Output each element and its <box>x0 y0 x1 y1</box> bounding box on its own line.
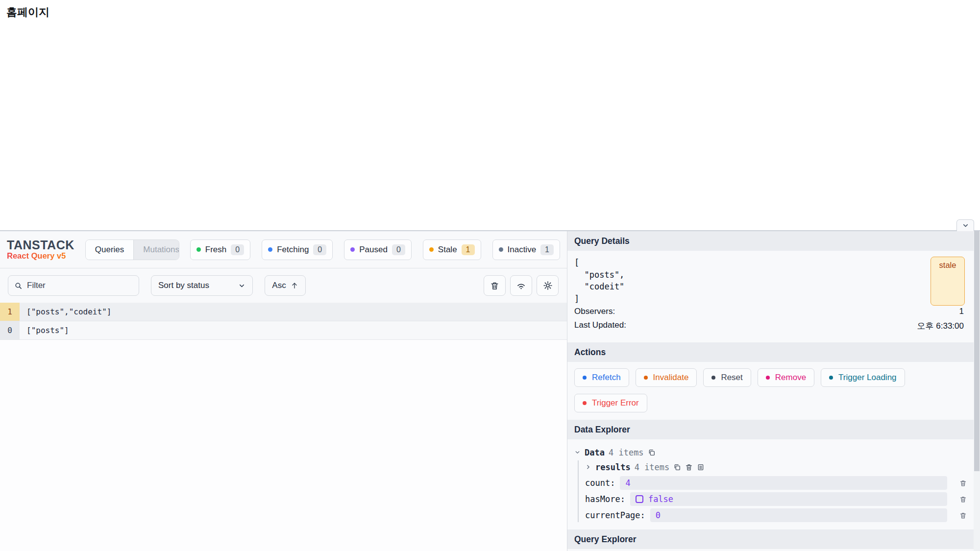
query-row-posts[interactable]: 0 ["posts"] <box>0 321 567 340</box>
logo-subtitle: React Query v5 <box>7 252 74 261</box>
entry-key: count: <box>585 478 615 488</box>
badge-count: 0 <box>231 244 244 255</box>
vertical-scrollbar[interactable] <box>974 231 980 551</box>
entry-hasmore: hasMore: false <box>585 492 967 506</box>
toolbar-icon-buttons <box>484 275 559 296</box>
wifi-icon <box>516 281 526 291</box>
data-root-meta: 4 items <box>609 448 644 457</box>
scrollbar-thumb[interactable] <box>974 231 980 471</box>
observers-value: 1 <box>959 307 964 316</box>
badge-count: 1 <box>540 244 554 255</box>
filter-input[interactable] <box>27 281 133 290</box>
entry-count: count: 4 <box>585 476 967 490</box>
query-explorer-header: Query Explorer <box>567 529 974 549</box>
query-key: ["posts"] <box>20 321 69 339</box>
trigger-loading-button[interactable]: Trigger Loading <box>821 368 905 387</box>
list-icon[interactable] <box>697 463 705 471</box>
entry-value-field[interactable]: false <box>630 492 947 506</box>
reset-dot-icon <box>711 376 715 380</box>
status-badge-fetching[interactable]: Fetching 0 <box>262 240 333 260</box>
button-label: Refetch <box>592 373 621 383</box>
status-badge-fresh[interactable]: Fresh 0 <box>190 240 250 260</box>
status-badge-paused[interactable]: Paused 0 <box>344 240 412 260</box>
button-label: Reset <box>721 373 742 383</box>
reset-button[interactable]: Reset <box>703 368 751 387</box>
offline-mode-button[interactable] <box>510 275 532 296</box>
filter-search-box[interactable] <box>8 275 139 296</box>
entry-value-field[interactable]: 0 <box>650 508 947 522</box>
last-updated-value: 오후 6:33:00 <box>917 320 964 332</box>
trash-icon[interactable] <box>947 496 967 503</box>
clear-cache-button[interactable] <box>484 275 506 296</box>
badge-label: Stale <box>438 245 457 255</box>
fetching-dot-icon <box>268 247 272 252</box>
query-details-pane: Query Details [ "posts", "codeit" ] stal… <box>567 231 980 551</box>
actions-row-1: Refetch Invalidate Reset Remove <box>574 368 967 387</box>
query-status-badge: stale <box>931 257 965 306</box>
data-root-row[interactable]: Data 4 items <box>574 446 967 459</box>
trash-icon[interactable] <box>947 512 967 519</box>
trash-icon[interactable] <box>947 479 967 487</box>
badge-count: 0 <box>313 244 326 255</box>
status-badge-stale[interactable]: Stale 1 <box>423 240 481 260</box>
remove-dot-icon <box>766 376 770 380</box>
button-label: Trigger Loading <box>838 373 896 383</box>
copy-icon[interactable] <box>673 463 681 471</box>
sort-direction-label: Asc <box>272 281 286 290</box>
checkbox-unchecked-icon[interactable] <box>636 495 643 503</box>
query-details-header: Query Details <box>567 231 974 251</box>
badge-count: 1 <box>462 244 475 255</box>
tanstack-logo: TANSTACK React Query v5 <box>7 239 74 261</box>
data-explorer-body: Data 4 items results 4 items <box>567 439 974 522</box>
trigger-error-button[interactable]: Trigger Error <box>574 394 647 412</box>
entry-value: 0 <box>656 510 661 520</box>
observer-count-badge: 0 <box>0 321 20 339</box>
button-label: Trigger Error <box>592 398 639 408</box>
button-label: Remove <box>775 373 806 383</box>
observer-count-badge: 1 <box>0 303 20 321</box>
trigger-loading-dot-icon <box>829 376 833 380</box>
trash-icon[interactable] <box>685 463 693 471</box>
trigger-error-dot-icon <box>583 401 587 405</box>
page-title: 홈페이지 <box>6 5 49 20</box>
paused-dot-icon <box>350 247 355 252</box>
data-children: results 4 items count: <box>578 460 967 522</box>
query-details-body: [ "posts", "codeit" ] stale Observers: 1… <box>567 251 974 342</box>
arrow-up-icon <box>291 282 298 289</box>
last-updated-row: Last Updated: 오후 6:33:00 <box>574 318 964 334</box>
settings-button[interactable] <box>537 275 559 296</box>
copy-icon[interactable] <box>648 449 656 456</box>
badge-label: Fetching <box>277 245 309 255</box>
sort-direction-button[interactable]: Asc <box>265 275 306 296</box>
entry-key: hasMore: <box>585 494 625 504</box>
data-root-label: Data <box>585 448 605 457</box>
results-meta: 4 items <box>635 462 670 472</box>
invalidate-button[interactable]: Invalidate <box>636 368 697 387</box>
entry-value-field[interactable]: 4 <box>620 476 947 490</box>
entry-value: 4 <box>625 478 630 488</box>
query-key: ["posts","codeit"] <box>20 303 111 321</box>
chevron-down-icon <box>574 449 581 455</box>
queries-mutations-tabs: Queries Mutations <box>85 240 179 260</box>
gear-icon <box>543 281 553 290</box>
sort-select[interactable]: Sort by status <box>151 275 253 296</box>
actions-header: Actions <box>567 342 974 362</box>
observers-label: Observers: <box>574 307 615 316</box>
entry-key: currentPage: <box>585 510 645 520</box>
tab-mutations[interactable]: Mutations <box>133 240 179 260</box>
refetch-button[interactable]: Refetch <box>574 368 629 387</box>
remove-button[interactable]: Remove <box>758 368 814 387</box>
badge-count: 0 <box>392 244 405 255</box>
fresh-dot-icon <box>196 247 201 252</box>
react-query-devtools-panel: TANSTACK React Query v5 Queries Mutation… <box>0 230 980 551</box>
results-row[interactable]: results 4 items <box>585 460 967 474</box>
logo-brand: TANSTACK <box>7 239 74 252</box>
stale-dot-icon <box>429 247 434 252</box>
trash-icon <box>490 281 499 290</box>
tab-queries[interactable]: Queries <box>86 240 134 260</box>
status-filter-badges: Fresh 0 Fetching 0 Paused 0 Stale 1 <box>190 240 560 260</box>
query-row-posts-codeit[interactable]: 1 ["posts","codeit"] <box>0 303 567 321</box>
collapse-devtools-button[interactable] <box>956 219 974 231</box>
invalidate-dot-icon <box>644 376 648 380</box>
status-badge-inactive[interactable]: Inactive 1 <box>492 240 561 260</box>
